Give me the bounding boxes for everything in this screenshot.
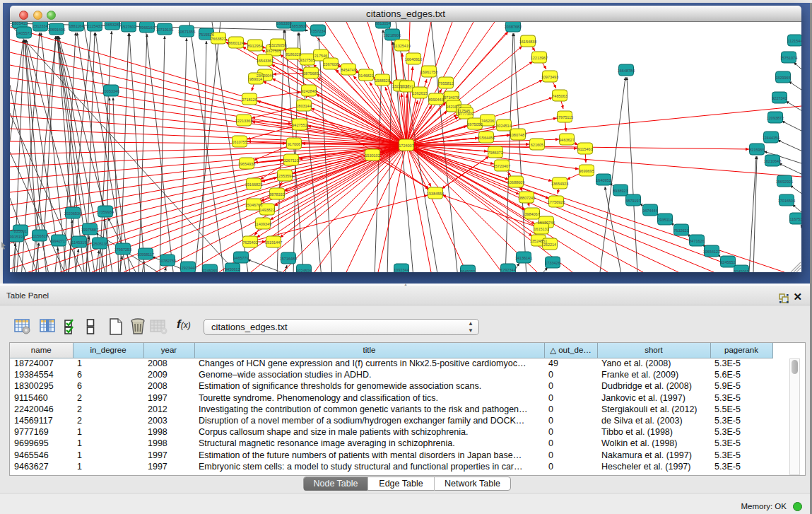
svg-text:8966160: 8966160 — [139, 25, 154, 30]
svg-text:7485063: 7485063 — [552, 94, 567, 98]
svg-text:10653287: 10653287 — [104, 23, 121, 27]
svg-text:8471626: 8471626 — [689, 239, 704, 243]
svg-text:9146821: 9146821 — [358, 74, 373, 78]
svg-text:9245065: 9245065 — [734, 269, 748, 273]
svg-text:9777109: 9777109 — [458, 112, 473, 116]
svg-text:15720407: 15720407 — [493, 164, 510, 168]
svg-text:19654938: 19654938 — [238, 162, 255, 166]
svg-text:20206536: 20206536 — [64, 211, 81, 216]
svg-text:2405572: 2405572 — [16, 31, 31, 35]
svg-text:9115460: 9115460 — [577, 147, 592, 151]
svg-text:1362615: 1362615 — [412, 91, 427, 95]
svg-text:172037: 172037 — [401, 85, 413, 89]
svg-text:2367608: 2367608 — [323, 62, 338, 66]
svg-text:7357234: 7357234 — [310, 29, 325, 33]
svg-text:9645055: 9645055 — [460, 269, 475, 273]
svg-text:19218906: 19218906 — [384, 33, 401, 37]
svg-text:10973493: 10973493 — [541, 75, 558, 79]
svg-text:8186328: 8186328 — [286, 52, 300, 57]
svg-text:6879197: 6879197 — [625, 199, 640, 203]
svg-text:10719135: 10719135 — [156, 28, 173, 32]
svg-text:17016504: 17016504 — [778, 199, 795, 203]
svg-text:20053346: 20053346 — [102, 89, 119, 93]
svg-text:9329965: 9329965 — [775, 76, 790, 80]
svg-text:7986372: 7986372 — [488, 151, 502, 155]
svg-text:9734078: 9734078 — [444, 95, 459, 100]
svg-text:9327505: 9327505 — [266, 49, 281, 53]
svg-text:19166825: 19166825 — [245, 182, 262, 187]
svg-text:1588520: 1588520 — [375, 78, 389, 83]
svg-text:19975887: 19975887 — [81, 228, 98, 232]
svg-text:8660124: 8660124 — [228, 41, 243, 45]
svg-text:20387682: 20387682 — [505, 25, 522, 29]
svg-text:15751074: 15751074 — [780, 56, 797, 60]
svg-text:1493822: 1493822 — [259, 208, 274, 212]
svg-text:10654122: 10654122 — [703, 250, 720, 254]
svg-text:7955812: 7955812 — [438, 81, 453, 86]
svg-text:989014: 989014 — [249, 77, 262, 81]
svg-text:16154838: 16154838 — [519, 40, 536, 44]
svg-text:9227342: 9227342 — [772, 96, 787, 100]
svg-text:7632621: 7632621 — [673, 228, 688, 233]
svg-text:1121544: 1121544 — [787, 39, 801, 43]
svg-text:1527602: 1527602 — [121, 25, 136, 29]
svg-text:17975115: 17975115 — [556, 115, 573, 119]
svg-text:1145319: 1145319 — [71, 240, 86, 245]
svg-text:20691406: 20691406 — [48, 28, 65, 32]
svg-text:917006: 917006 — [288, 142, 300, 146]
svg-text:16640910: 16640910 — [405, 57, 422, 62]
svg-text:1881164: 1881164 — [69, 24, 83, 28]
svg-text:746206: 746206 — [481, 119, 494, 123]
svg-text:12923448: 12923448 — [180, 266, 196, 270]
svg-text:1724007: 1724007 — [399, 144, 413, 148]
svg-text:18807249: 18807249 — [518, 196, 535, 200]
svg-text:8813054: 8813054 — [375, 22, 390, 25]
svg-text:21564456: 21564456 — [478, 136, 495, 140]
svg-text:835001: 835001 — [14, 229, 27, 233]
svg-text:1610755: 1610755 — [232, 140, 247, 144]
svg-text:12213363: 12213363 — [235, 119, 252, 123]
svg-text:991519: 991519 — [10, 235, 23, 239]
svg-text:10958117: 10958117 — [137, 252, 154, 257]
svg-text:1615132: 1615132 — [534, 227, 548, 231]
svg-text:1733426: 1733426 — [545, 261, 560, 265]
svg-text:8454749: 8454749 — [341, 68, 355, 72]
svg-text:12444154: 12444154 — [763, 136, 779, 140]
svg-text:3875685: 3875685 — [303, 71, 318, 76]
svg-text:9463627: 9463627 — [559, 138, 574, 142]
svg-text:12505135: 12505135 — [91, 242, 108, 246]
svg-text:12093872: 12093872 — [767, 116, 784, 120]
svg-text:15046766: 15046766 — [245, 203, 262, 207]
svg-text:17756928: 17756928 — [548, 200, 565, 204]
svg-text:9242848: 9242848 — [301, 89, 316, 93]
svg-text:10782759: 10782759 — [159, 259, 176, 263]
svg-text:7625402: 7625402 — [242, 240, 257, 245]
svg-text:1292344: 1292344 — [500, 268, 515, 272]
svg-text:12213967: 12213967 — [531, 56, 548, 60]
svg-text:16853809: 16853809 — [290, 24, 307, 28]
svg-text:2718120: 2718120 — [242, 98, 257, 102]
svg-text:1167534: 1167534 — [789, 217, 801, 221]
svg-text:9245652: 9245652 — [720, 260, 735, 264]
svg-text:16648784: 16648784 — [618, 69, 635, 73]
svg-text:217546: 217546 — [314, 54, 327, 58]
svg-text:10671355: 10671355 — [178, 30, 195, 34]
svg-text:16543362: 16543362 — [257, 59, 273, 63]
svg-text:11409349: 11409349 — [254, 222, 271, 226]
svg-text:19384554: 19384554 — [427, 192, 444, 196]
svg-text:1092344: 1092344 — [394, 268, 408, 272]
svg-text:9699695: 9699695 — [579, 169, 594, 173]
svg-text:10807487: 10807487 — [510, 133, 526, 137]
svg-text:8938923: 8938923 — [613, 189, 628, 193]
svg-text:3267110: 3267110 — [283, 158, 298, 163]
svg-text:9245065: 9245065 — [202, 269, 217, 273]
svg-text:2935114: 2935114 — [657, 218, 672, 222]
svg-text:16120746: 16120746 — [538, 221, 555, 225]
svg-text:8878332: 8878332 — [269, 192, 284, 197]
svg-text:17957253: 17957253 — [114, 247, 131, 252]
svg-text:7663822: 7663822 — [211, 37, 225, 41]
svg-text:3984067: 3984067 — [524, 212, 539, 216]
svg-text:252214: 252214 — [543, 243, 556, 247]
svg-text:2803144: 2803144 — [296, 104, 311, 108]
svg-text:19191447: 19191447 — [265, 240, 282, 245]
